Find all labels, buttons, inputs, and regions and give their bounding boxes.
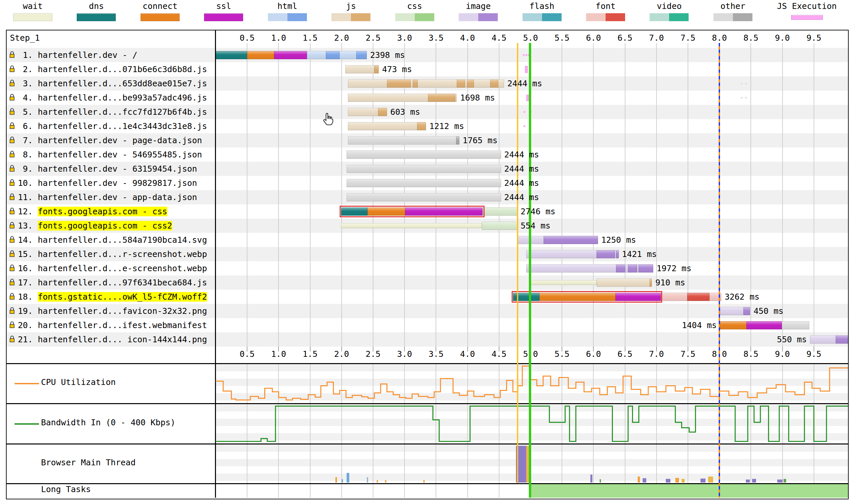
request-row-label[interactable]: 16. hartenfeller.d...e-screenshot.webp xyxy=(6,261,214,275)
request-url[interactable]: hartenfeller.d...97f6341beca684.js xyxy=(38,278,207,287)
request-row-label[interactable]: 7. hartenfeller.dev - page-data.json xyxy=(6,133,214,147)
bar-segment-js_d[interactable] xyxy=(413,79,418,88)
request-row-label[interactable]: 15. hartenfeller.d...r-screenshot.webp xyxy=(6,247,214,261)
bar-segment-img_d[interactable] xyxy=(616,264,626,272)
request-url[interactable]: hartenfeller.dev - 63159454.json xyxy=(38,164,197,174)
bar-segment-img_l[interactable] xyxy=(626,264,628,272)
axis-tick xyxy=(467,346,468,351)
time-axis-tick-label: 7.5 xyxy=(680,33,695,43)
bar-segment-wait[interactable] xyxy=(530,280,597,285)
bar-segment-js_d[interactable] xyxy=(378,108,387,116)
bar-segment-js_d[interactable] xyxy=(387,79,411,88)
bar-segment-js_l[interactable] xyxy=(348,79,504,88)
request-row-label[interactable]: 5. hartenfeller.d...fcc7fd127b6f4b.js xyxy=(6,105,214,119)
request-url[interactable]: hartenfeller.dev - 546955485.json xyxy=(38,150,202,159)
request-row-label[interactable]: 12. fonts.googleapis.com - css xyxy=(6,204,214,219)
request-url[interactable]: hartenfeller.d...e-screenshot.webp xyxy=(38,264,207,273)
request-url[interactable]: hartenfeller.d...ifest.webmanifest xyxy=(38,321,207,330)
request-url[interactable]: fonts.gstatic....owK_l5-fCZM.woff2 xyxy=(38,292,207,302)
bar-segment-other_l[interactable] xyxy=(347,165,501,173)
bar-segment-img_l[interactable] xyxy=(526,250,597,258)
request-url[interactable]: hartenfeller.dev - page-data.json xyxy=(38,136,202,145)
time-axis-tick-label: 5.0 xyxy=(523,33,538,43)
bar-segment-wait[interactable] xyxy=(341,223,482,228)
request-row-label[interactable]: 2. hartenfeller.d...071b6e6c3d6b8d.js xyxy=(6,62,214,76)
bar-segment-img_d[interactable] xyxy=(544,236,598,244)
bar-segment-js_d[interactable] xyxy=(417,122,426,130)
bar-segment-html_d[interactable] xyxy=(356,51,367,59)
bar-segment-js_d[interactable] xyxy=(457,79,465,88)
lock-icon xyxy=(9,51,15,58)
request-row-label[interactable]: 20. hartenfeller.d...ifest.webmanifest xyxy=(6,318,214,332)
lock-icon xyxy=(9,293,15,300)
bar-segment-connect[interactable] xyxy=(720,321,746,329)
request-row-label[interactable]: 3. hartenfeller.d...653dd8eae015e7.js xyxy=(6,76,214,91)
request-row-label[interactable]: 18. fonts.gstatic....owK_l5-fCZM.woff2 xyxy=(6,290,214,304)
bar-segment-js_l[interactable] xyxy=(345,65,374,73)
request-row-label[interactable]: 14. hartenfeller.d...584a7190bca14.svg xyxy=(6,233,214,247)
request-row-label[interactable]: 13. fonts.googleapis.com - css2 xyxy=(6,219,214,233)
request-row-label[interactable]: 9. hartenfeller.dev - 63159454.json xyxy=(6,162,214,176)
main-thread-activity-spike xyxy=(342,479,343,483)
request-row-label[interactable]: 21. hartenfeller.d... icon-144x144.png xyxy=(6,332,214,346)
bar-segment-other_l[interactable] xyxy=(347,150,501,159)
request-url[interactable]: fonts.googleapis.com - css xyxy=(38,207,167,216)
request-row-label[interactable]: 8. hartenfeller.dev - 546955485.json xyxy=(6,147,214,162)
bar-segment-other_l[interactable] xyxy=(782,321,810,329)
request-row-label[interactable]: 19. hartenfeller.d...favicon-32x32.png xyxy=(6,304,214,318)
request-url[interactable]: hartenfeller.d... icon-144x144.png xyxy=(38,335,207,344)
bar-segment-html_d[interactable] xyxy=(326,51,340,59)
request-row-label[interactable]: 6. hartenfeller.d...1e4c3443dc31e8.js xyxy=(6,119,214,133)
resource-type-legend: waitdnsconnectsslhtmljscssimageflashfont… xyxy=(0,0,850,29)
request-url[interactable]: hartenfeller.d...favicon-32x32.png xyxy=(38,306,207,316)
request-url[interactable]: hartenfeller.d...fcc7fd127b6f4b.js xyxy=(38,107,207,117)
request-row-label[interactable]: 1. hartenfeller.dev - / xyxy=(6,48,214,62)
request-url[interactable]: fonts.googleapis.com - css2 xyxy=(38,221,172,231)
request-url[interactable]: hartenfeller.d...653dd8eae015e7.js xyxy=(38,79,207,88)
main-thread-activity-spike xyxy=(752,479,756,483)
bar-segment-img_d[interactable] xyxy=(836,335,849,344)
bar-segment-connect[interactable] xyxy=(247,51,274,59)
request-url[interactable]: hartenfeller.d...071b6e6c3d6b8d.js xyxy=(38,65,207,74)
bar-segment-font_d[interactable] xyxy=(687,293,709,301)
bar-segment-img_d[interactable] xyxy=(743,307,750,315)
bar-segment-font_l[interactable] xyxy=(661,293,687,301)
request-url[interactable]: hartenfeller.d...be993a57adc496.js xyxy=(38,93,207,103)
request-url[interactable]: hartenfeller.dev - 99829817.json xyxy=(38,178,197,188)
bar-segment-js_d[interactable] xyxy=(490,79,499,88)
bar-segment-ssl[interactable] xyxy=(274,51,307,59)
request-url[interactable]: hartenfeller.d...1e4c3443dc31e8.js xyxy=(38,121,207,131)
request-url[interactable]: hartenfeller.d...r-screenshot.webp xyxy=(38,249,207,259)
bar-segment-css_l[interactable] xyxy=(483,208,517,216)
request-url[interactable]: hartenfeller.dev - app-data.json xyxy=(38,193,197,202)
request-row-label[interactable]: 4. hartenfeller.d...be993a57adc496.js xyxy=(6,91,214,105)
bar-segment-js_l[interactable] xyxy=(348,122,426,130)
bar-segment-img_l[interactable] xyxy=(810,335,836,344)
bar-segment-other_d[interactable] xyxy=(456,136,459,145)
bar-segment-ssl[interactable] xyxy=(746,321,782,329)
legend-swatch-dark xyxy=(542,13,562,21)
bar-segment-dns[interactable] xyxy=(216,51,247,59)
time-axis-tick-label: 7.0 xyxy=(649,33,664,43)
bar-segment-img_d[interactable] xyxy=(628,264,637,272)
bar-segment-other_l[interactable] xyxy=(347,193,501,201)
bar-segment-img_d[interactable] xyxy=(639,264,653,272)
bar-segment-other_l[interactable] xyxy=(347,179,501,187)
request-number: 10. xyxy=(18,178,38,188)
bar-segment-other_l[interactable] xyxy=(348,136,459,145)
bar-segment-js_d[interactable] xyxy=(650,278,652,287)
bar-segment-img_d[interactable] xyxy=(616,250,619,258)
bar-segment-js_d[interactable] xyxy=(467,79,474,88)
bar-segment-js_d[interactable] xyxy=(428,94,456,102)
bar-segment-img_l[interactable] xyxy=(526,264,616,272)
bar-segment-img_d[interactable] xyxy=(597,250,615,258)
request-url[interactable]: hartenfeller.dev - / xyxy=(38,50,137,60)
bar-segment-js_d[interactable] xyxy=(374,65,379,73)
request-row-label[interactable]: 10. hartenfeller.dev - 99829817.json xyxy=(6,176,214,190)
request-row-label[interactable]: 17. hartenfeller.d...97f6341beca684.js xyxy=(6,275,214,290)
bar-segment-img_l[interactable] xyxy=(720,307,743,315)
bar-segment-css_l[interactable] xyxy=(482,221,517,230)
request-row-label[interactable]: 11. hartenfeller.dev - app-data.json xyxy=(6,190,214,204)
bar-segment-js_l[interactable] xyxy=(597,278,652,287)
request-url[interactable]: hartenfeller.d...584a7190bca14.svg xyxy=(38,235,207,245)
